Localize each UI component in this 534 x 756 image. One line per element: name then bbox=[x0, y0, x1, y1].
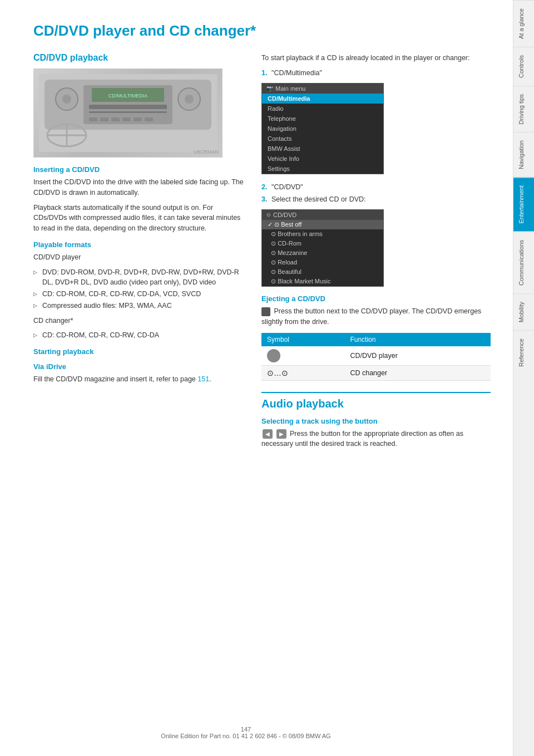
image-watermark: VBCRMAN bbox=[194, 149, 219, 155]
dashboard-image: CD/MULTIMEDIA VBCRMAN bbox=[33, 68, 222, 158]
audio-playback-section: Audio playback Selecting a track using t… bbox=[261, 392, 491, 450]
selecting-track-heading: Selecting a track using the button bbox=[261, 417, 491, 425]
steps-list-2: 2. "CD/DVD" 3. Select the desired CD or … bbox=[261, 182, 491, 205]
menu-item-vehicle-info: Vehicle Info bbox=[262, 154, 383, 164]
cd-item-mezzanine: ⊙ Mezzanine bbox=[262, 248, 383, 258]
playable-formats-heading: Playable formats bbox=[33, 240, 245, 249]
symbol-table: Symbol Function CD/DVD player bbox=[261, 333, 491, 381]
page-footer: 147 Online Edition for Part no. 01 41 2 … bbox=[0, 726, 492, 739]
cd-item-cdrom: ⊙ CD-Rom bbox=[262, 239, 383, 248]
table-row: CD/DVD player bbox=[261, 346, 491, 366]
svg-rect-10 bbox=[100, 117, 108, 121]
cd-dvd-screenshot: ⊙ CD/DVD ✓ ⊙ Best off ⊙ Brothers in arms… bbox=[261, 209, 384, 287]
page-number: 147 bbox=[241, 726, 251, 733]
dvd-formats-list: DVD: DVD-ROM, DVD-R, DVD+R, DVD-RW, DVD+… bbox=[33, 267, 245, 311]
inserting-heading: Inserting a CD/DVD bbox=[33, 165, 245, 174]
cd-changer-icon: ⊙…⊙ bbox=[267, 369, 288, 377]
svg-rect-14 bbox=[145, 117, 153, 121]
audio-playback-heading: Audio playback bbox=[261, 392, 491, 410]
menu-item-navigation: Navigation bbox=[262, 124, 383, 134]
menu-item-bmw-assist: BMW Assist bbox=[262, 144, 383, 154]
function-cell: CD changer bbox=[344, 365, 491, 380]
symbol-cell bbox=[261, 346, 344, 366]
via-idrive-text: Fill the CD/DVD magazine and insert it, … bbox=[33, 374, 245, 385]
step-2: 2. "CD/DVD" bbox=[261, 182, 491, 193]
footer-text: Online Edition for Part no. 01 41 2 602 … bbox=[161, 733, 330, 739]
ejecting-text: Press the button next to the CD/DVD play… bbox=[261, 306, 491, 327]
page-title: CD/DVD player and CD changer* bbox=[33, 22, 491, 40]
starting-playback-heading: Starting playback bbox=[33, 347, 245, 356]
sidebar-tab-controls[interactable]: Controls bbox=[513, 47, 535, 86]
sidebar-tab-at-a-glance[interactable]: At a glance bbox=[513, 0, 535, 47]
function-cell: CD/DVD player bbox=[344, 346, 491, 366]
sidebar-tab-navigation[interactable]: Navigation bbox=[513, 132, 535, 177]
cd-changer-list: CD: CD-ROM, CD-R, CD-RW, CD-DA bbox=[33, 330, 245, 341]
symbol-cell: ⊙…⊙ bbox=[261, 365, 344, 380]
steps-list: 1. "CD/Multimedia" bbox=[261, 68, 491, 78]
sidebar-tab-reference[interactable]: Reference bbox=[513, 330, 535, 375]
sidebar: At a glance Controls Driving tips Naviga… bbox=[513, 0, 534, 756]
ejecting-heading: Ejecting a CD/DVD bbox=[261, 294, 491, 303]
svg-rect-11 bbox=[111, 117, 120, 121]
cd-player-label: CD/DVD player bbox=[33, 252, 245, 263]
intro-text: To start playback if a CD is already loc… bbox=[261, 53, 491, 63]
list-item: Compressed audio files: MP3, WMA, AAC bbox=[33, 301, 245, 311]
eject-icon bbox=[261, 307, 270, 316]
sidebar-tab-mobility[interactable]: Mobility bbox=[513, 293, 535, 330]
svg-rect-9 bbox=[89, 117, 97, 121]
next-button-icon: ▶ bbox=[276, 429, 286, 439]
table-row: ⊙…⊙ CD changer bbox=[261, 365, 491, 380]
cd-item-best-off: ✓ ⊙ Best off bbox=[262, 220, 383, 229]
svg-text:CD/MULTIMEDIA: CD/MULTIMEDIA bbox=[108, 93, 147, 99]
list-item: CD: CD-ROM, CD-R, CD-RW, CD-DA bbox=[33, 330, 245, 341]
via-idrive-heading: Via iDrive bbox=[33, 362, 245, 371]
cd-item-black-market: ⊙ Black Market Music bbox=[262, 277, 383, 286]
sidebar-tab-communications[interactable]: Communications bbox=[513, 232, 535, 293]
svg-rect-4 bbox=[89, 111, 167, 113]
menu-item-contacts: Contacts bbox=[262, 134, 383, 144]
symbol-table-header-symbol: Symbol bbox=[261, 333, 344, 346]
main-menu-screenshot: 📷 Main menu CD/Multimedia Radio Telephon… bbox=[261, 83, 384, 174]
step-3: 3. Select the desired CD or DVD: bbox=[261, 194, 491, 205]
inserting-text-1: Insert the CD/DVD into the drive with th… bbox=[33, 177, 245, 198]
list-item: DVD: DVD-ROM, DVD-R, DVD+R, DVD-RW, DVD+… bbox=[33, 267, 245, 288]
cd-item-beautiful: ⊙ Beautiful bbox=[262, 267, 383, 277]
inserting-text-2: Playback starts automatically if the sou… bbox=[33, 203, 245, 234]
sidebar-tab-entertainment[interactable]: Entertainment bbox=[513, 177, 535, 231]
svg-rect-12 bbox=[122, 117, 131, 121]
menu-item-radio: Radio bbox=[262, 104, 383, 114]
cd-item-brothers: ⊙ Brothers in arms bbox=[262, 229, 383, 239]
menu-item-settings: Settings bbox=[262, 164, 383, 174]
svg-point-8 bbox=[185, 95, 194, 104]
step-1: 1. "CD/Multimedia" bbox=[261, 68, 491, 78]
menu-item-telephone: Telephone bbox=[262, 114, 383, 124]
list-item: CD: CD-ROM, CD-R, CD-RW, CD-DA, VCD, SVC… bbox=[33, 289, 245, 300]
svg-rect-3 bbox=[89, 105, 167, 109]
menu-item-cd-multimedia: CD/Multimedia bbox=[262, 94, 383, 104]
symbol-table-header-function: Function bbox=[344, 333, 491, 346]
cd-dvd-playback-heading: CD/DVD playback bbox=[33, 53, 245, 63]
page-link[interactable]: 151 bbox=[197, 375, 209, 383]
cd-changer-label: CD changer* bbox=[33, 316, 245, 326]
svg-point-6 bbox=[62, 95, 71, 104]
cd-dvd-player-icon bbox=[267, 349, 280, 362]
cd-item-reload: ⊙ Reload bbox=[262, 258, 383, 267]
sidebar-tab-driving-tips[interactable]: Driving tips bbox=[513, 86, 535, 132]
prev-button-icon: ◀ bbox=[263, 429, 273, 439]
svg-rect-13 bbox=[134, 117, 142, 121]
selecting-track-text: ◀ ▶ Press the button for the appropriate… bbox=[261, 429, 491, 450]
